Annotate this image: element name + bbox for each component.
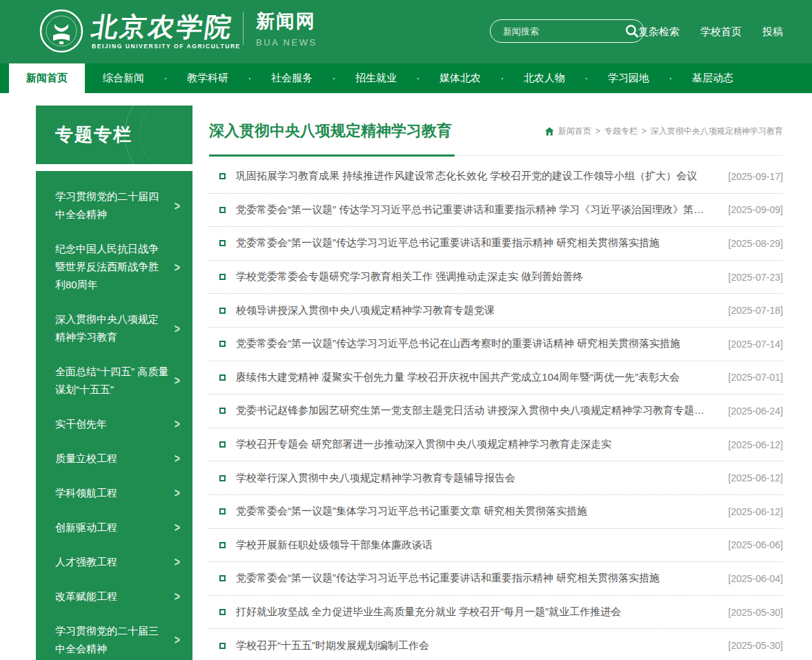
news-link[interactable]: 党委常委会“第一议题”传达学习习近平总书记重要讲话和重要指示精神 研究相关贯彻落… <box>236 572 729 585</box>
news-date: [2025-06-06] <box>729 539 783 550</box>
sidebar: 专题专栏 学习贯彻党的二十届四中全会精神 > 纪念中国人民抗日战争暨世界反法西斯… <box>36 106 192 660</box>
search-button[interactable] <box>624 23 640 39</box>
square-bullet-icon <box>219 475 226 481</box>
sidebar-item[interactable]: 创新驱动工程 > <box>36 510 192 545</box>
sidebar-item[interactable]: 质量立校工程 > <box>36 441 192 476</box>
sidebar-item-label: 纪念中国人民抗日战争暨世界反法西斯战争胜利80周年 <box>55 240 169 294</box>
main-content: 深入贯彻中央八项规定精神学习教育 新闻首页 > 专题专栏 > 深入贯彻中央八项规… <box>209 106 783 660</box>
sidebar-item[interactable]: 学习贯彻党的二十届三中全会精神 > <box>36 614 192 660</box>
news-link[interactable]: 学校召开“十五五”时期发展规划编制工作会 <box>236 639 729 652</box>
news-row[interactable]: 党委常委会“第一议题”传达学习习近平总书记在山西考察时的重要讲话精神 研究相关贯… <box>209 328 783 361</box>
main-nav: 新闻首页 综合新闻 · 教学科研 · 社会服务 · 招生就业 · 媒体北农 · … <box>0 63 812 93</box>
sidebar-item[interactable]: 学科领航工程 > <box>36 476 192 510</box>
sidebar-item[interactable]: 实干创先年 > <box>36 407 192 441</box>
breadcrumb-item[interactable]: 专题专栏 <box>604 126 637 137</box>
sidebar-item-label: 学科领航工程 <box>55 484 169 502</box>
university-seal-icon <box>39 9 83 53</box>
square-bullet-icon <box>219 508 226 514</box>
square-bullet-icon <box>219 274 226 280</box>
square-bullet-icon <box>219 408 226 414</box>
news-link[interactable]: 学校举行深入贯彻中央八项规定精神学习教育专题辅导报告会 <box>236 472 729 485</box>
news-link[interactable]: 学校开展新任职处级领导干部集体廉政谈话 <box>236 539 729 552</box>
breadcrumb-separator: > <box>642 126 646 136</box>
sidebar-item-label: 深入贯彻中央八项规定精神学习教育 <box>55 310 169 346</box>
news-row[interactable]: 打好就业攻坚战 全力促进毕业生高质量充分就业 学校召开“每月一题”就业工作推进会… <box>209 596 783 630</box>
sidebar-item-label: 学习贯彻党的二十届三中全会精神 <box>55 622 169 658</box>
site-name-en: BUA NEWS <box>256 37 317 48</box>
site-header: 北京农学院 BEIJING UNIVERSITY OF AGRICULTURE … <box>0 0 812 63</box>
nav-item-news-home[interactable]: 新闻首页 <box>9 63 85 93</box>
sidebar-item[interactable]: 人才强教工程 > <box>36 545 192 579</box>
news-date: [2025-06-12] <box>729 439 783 450</box>
header-links: 复杂检索 学校首页 投稿 <box>638 0 783 63</box>
news-row[interactable]: 巩固拓展学习教育成果 持续推进作风建设常态化长效化 学校召开党的建设工作领导小组… <box>209 160 783 194</box>
chevron-right-icon: > <box>175 555 180 570</box>
news-link[interactable]: 巩固拓展学习教育成果 持续推进作风建设常态化长效化 学校召开党的建设工作领导小组… <box>236 170 729 183</box>
chevron-right-icon: > <box>175 486 180 501</box>
news-date: [2025-08-29] <box>729 238 783 249</box>
nav-item-general-news[interactable]: 综合新闻 <box>85 63 162 93</box>
university-logo[interactable]: 北京农学院 BEIJING UNIVERSITY OF AGRICULTURE <box>39 9 241 53</box>
news-row[interactable]: 党委常委会“第一议题”传达学习习近平总书记重要讲话和重要指示精神 研究相关贯彻落… <box>209 227 783 261</box>
page-title: 深入贯彻中央八项规定精神学习教育 <box>209 121 452 141</box>
news-row[interactable]: 学校党委常委会专题研究学习教育相关工作 强调推动走深走实 做到善始善终 [202… <box>209 261 783 294</box>
news-date: [2025-06-12] <box>729 472 783 483</box>
news-link[interactable]: 党委常委会“第一议题”传达学习习近平总书记在山西考察时的重要讲话精神 研究相关贯… <box>236 337 729 350</box>
news-row[interactable]: 学校召开专题会 研究部署进一步推动深入贯彻中央八项规定精神学习教育走深走实 [2… <box>209 428 783 462</box>
news-row[interactable]: 赓续伟大建党精神 凝聚实干创先力量 学校召开庆祝中国共产党成立104周年暨“两优… <box>209 361 783 395</box>
chevron-right-icon: > <box>175 374 180 388</box>
news-row[interactable]: 校领导讲授深入贯彻中央八项规定精神学习教育专题党课 [2025-07-18] <box>209 294 783 328</box>
news-link[interactable]: 党委常委会“第一议题” 传达学习习近平总书记重要讲话和重要指示精神 学习《习近平… <box>236 203 729 217</box>
chevron-right-icon: > <box>175 521 180 535</box>
link-submit[interactable]: 投稿 <box>762 26 783 39</box>
sidebar-item-label: 全面总结“十四五” 高质量谋划“十五五” <box>55 363 169 399</box>
university-name: 北京农学院 <box>90 12 243 41</box>
breadcrumb-item[interactable]: 新闻首页 <box>558 126 591 137</box>
news-date: [2025-05-30] <box>729 640 783 651</box>
sidebar-item[interactable]: 全面总结“十四五” 高质量谋划“十五五” > <box>36 354 192 407</box>
search-input[interactable] <box>503 26 624 37</box>
nav-dot: · <box>667 63 674 93</box>
news-link[interactable]: 党委常委会“第一议题”传达学习习近平总书记重要讲话和重要指示精神 研究相关贯彻落… <box>236 237 729 250</box>
news-link[interactable]: 学校党委常委会专题研究学习教育相关工作 强调推动走深走实 做到善始善终 <box>236 270 729 283</box>
nav-item-admission-employment[interactable]: 招生就业 <box>337 63 415 93</box>
news-row[interactable]: 党委常委会“第一议题”集体学习习近平总书记重要文章 研究相关贯彻落实措施 [20… <box>209 495 783 529</box>
news-row[interactable]: 学校开展新任职处级领导干部集体廉政谈话 [2025-06-06] <box>209 529 783 563</box>
nav-dot: · <box>246 63 253 93</box>
nav-item-grassroots[interactable]: 基层动态 <box>674 63 751 93</box>
sidebar-item-label: 质量立校工程 <box>55 450 169 468</box>
nav-item-study-garden[interactable]: 学习园地 <box>590 63 667 93</box>
news-date: [2025-07-18] <box>729 305 783 316</box>
link-advanced-search[interactable]: 复杂检索 <box>638 26 680 39</box>
news-row[interactable]: 党委书记赵锋参加园艺研究生第一党支部主题党日活动 讲授深入贯彻中央八项规定精神学… <box>209 394 783 428</box>
square-bullet-icon <box>219 240 226 246</box>
news-link[interactable]: 党委常委会“第一议题”集体学习习近平总书记重要文章 研究相关贯彻落实措施 <box>236 505 729 518</box>
sidebar-item[interactable]: 学习贯彻党的二十届四中全会精神 > <box>36 179 192 232</box>
chevron-right-icon: > <box>175 633 180 648</box>
nav-item-media[interactable]: 媒体北农 <box>422 63 499 93</box>
nav-item-social-service[interactable]: 社会服务 <box>253 63 330 93</box>
news-link[interactable]: 打好就业攻坚战 全力促进毕业生高质量充分就业 学校召开“每月一题”就业工作推进会 <box>236 606 729 619</box>
breadcrumb-item[interactable]: 深入贯彻中央八项规定精神学习教育 <box>651 126 783 137</box>
news-link[interactable]: 校领导讲授深入贯彻中央八项规定精神学习教育专题党课 <box>236 304 729 317</box>
nav-item-teaching-research[interactable]: 教学科研 <box>169 63 246 93</box>
chevron-right-icon: > <box>175 452 180 466</box>
sidebar-item-label: 人才强教工程 <box>55 553 169 571</box>
news-row[interactable]: 党委常委会“第一议题”传达学习习近平总书记重要讲话和重要指示精神 研究相关贯彻落… <box>209 562 783 596</box>
square-bullet-icon <box>219 542 226 548</box>
sidebar-item[interactable]: 改革赋能工程 > <box>36 579 192 614</box>
news-row[interactable]: 党委常委会“第一议题” 传达学习习近平总书记重要讲话和重要指示精神 学习《习近平… <box>209 194 783 228</box>
news-link[interactable]: 学校召开专题会 研究部署进一步推动深入贯彻中央八项规定精神学习教育走深走实 <box>236 438 729 451</box>
news-date: [2025-07-23] <box>729 272 783 283</box>
news-link[interactable]: 赓续伟大建党精神 凝聚实干创先力量 学校召开庆祝中国共产党成立104周年暨“两优… <box>236 371 729 384</box>
news-row[interactable]: 学校召开“十五五”时期发展规划编制工作会 [2025-05-30] <box>209 629 783 660</box>
sidebar-item[interactable]: 纪念中国人民抗日战争暨世界反法西斯战争胜利80周年 > <box>36 232 192 302</box>
news-link[interactable]: 党委书记赵锋参加园艺研究生第一党支部主题党日活动 讲授深入贯彻中央八项规定精神学… <box>236 404 729 417</box>
link-school-home[interactable]: 学校首页 <box>700 26 742 39</box>
nav-item-people[interactable]: 北农人物 <box>506 63 583 93</box>
section-header: 深入贯彻中央八项规定精神学习教育 新闻首页 > 专题专栏 > 深入贯彻中央八项规… <box>209 106 783 156</box>
news-date: [2025-05-30] <box>729 607 783 618</box>
news-row[interactable]: 学校举行深入贯彻中央八项规定精神学习教育专题辅导报告会 [2025-06-12] <box>209 461 783 495</box>
square-bullet-icon <box>219 173 226 179</box>
sidebar-item[interactable]: 深入贯彻中央八项规定精神学习教育 > <box>36 302 192 354</box>
